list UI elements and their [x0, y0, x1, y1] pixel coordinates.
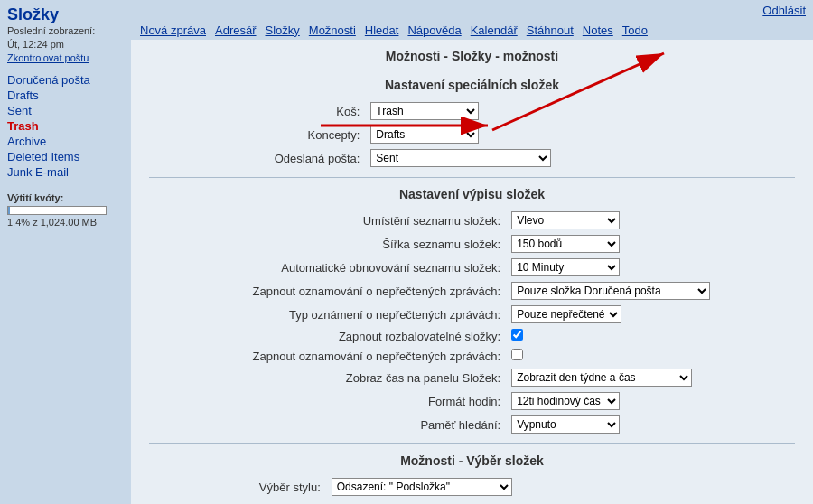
- memory-select[interactable]: VypnutoZapnuto: [511, 415, 620, 434]
- nav-item-hledat[interactable]: Hledat: [361, 23, 403, 37]
- nav-item-nápověda[interactable]: Nápověda: [404, 23, 464, 37]
- check-mail-link[interactable]: Zkontrolovat poštu: [7, 52, 124, 63]
- odeslana-row: Odeslaná pošta: SentDraftsTrash: [149, 146, 795, 170]
- notif-label: Zapnout oznamování o nepřečtených zprává…: [149, 279, 506, 303]
- show-time-row: Zobraz čas na panelu Složek: Zobrazit de…: [149, 366, 795, 389]
- format-row: Formát hodin: 12ti hodinový čas24 hodino…: [149, 389, 795, 413]
- nav-item-nová zpráva[interactable]: Nová zpráva: [136, 23, 210, 37]
- auto-refresh-select[interactable]: 10 Minuty5 Minuty15 MinutyNikdy: [511, 258, 620, 276]
- show-time-label: Zobraz čas na panelu Složek:: [149, 366, 506, 389]
- notif-type-row: Typ oznámení o nepřečtených zprávách: Po…: [149, 303, 795, 326]
- sirka-select[interactable]: 150 bodů100 bodů200 bodů: [511, 235, 620, 253]
- section3-title: Možnosti - Výběr složek: [149, 453, 795, 468]
- sidebar-folder-archive[interactable]: Archive: [7, 134, 124, 149]
- notif2-checkbox[interactable]: [511, 349, 523, 360]
- sirka-row: Šířka seznamu složek: 150 bodů100 bodů20…: [149, 232, 795, 256]
- sidebar-folder-sent[interactable]: Sent: [7, 103, 124, 118]
- nav-item-notes[interactable]: Notes: [579, 23, 617, 37]
- section2-title: Nastavení výpisu složek: [149, 187, 795, 201]
- section1-title: Nastavení speciálních složek: [149, 78, 795, 92]
- koncepty-field: DraftsTrashSent: [365, 123, 795, 146]
- umisteni-label: Umístění seznamu složek:: [149, 209, 506, 232]
- expand-row: Zapnout rozbalovatelné složky:: [149, 326, 795, 346]
- format-select[interactable]: 12ti hodinový čas24 hodinový čas: [511, 392, 620, 410]
- view-settings-table: Umístění seznamu složek: VlevoVpravo Šíř…: [149, 209, 795, 436]
- odeslana-select[interactable]: SentDraftsTrash: [370, 149, 551, 167]
- umisteni-row: Umístění seznamu složek: VlevoVpravo: [149, 209, 795, 232]
- folder-list: Doručená poštaDraftsSentTrashArchiveDele…: [7, 72, 124, 180]
- nav-item-adresář[interactable]: Adresář: [211, 23, 260, 37]
- auto-refresh-label: Automatické obnovování seznamu složek:: [149, 256, 506, 279]
- quota-text: 1.4% z 1,024.00 MB: [7, 217, 124, 228]
- kos-label: Koš:: [149, 99, 365, 123]
- notif-type-select[interactable]: Pouze nepřečtenéVšechny: [511, 305, 621, 323]
- odeslana-field: SentDraftsTrash: [365, 146, 795, 170]
- notif-type-label: Typ oznámení o nepřečtených zprávách:: [149, 303, 506, 326]
- notif2-label: Zapnout oznamování o nepřečtených zprává…: [149, 346, 506, 366]
- select-style-table: Výběr stylu: Odsazení: " Podsložka"Strom…: [149, 475, 795, 499]
- expand-checkbox[interactable]: [511, 329, 523, 341]
- topbar: Odhlásit: [131, 0, 813, 20]
- koncepty-select[interactable]: DraftsTrashSent: [370, 126, 479, 144]
- koncepty-row: Koncepty: DraftsTrashSent: [149, 123, 795, 146]
- memory-row: Paměť hledání: VypnutoZapnuto: [149, 413, 795, 436]
- sidebar-folder-doručená-pošta[interactable]: Doručená pošta: [7, 72, 124, 88]
- navbar: Nová zprávaAdresářSložkyMožnostiHledatNá…: [131, 20, 813, 40]
- odeslana-label: Odeslaná pošta:: [149, 146, 365, 170]
- notif-select[interactable]: Pouze složka Doručená poštaVšechny složk…: [511, 282, 710, 300]
- memory-label: Paměť hledání:: [149, 413, 506, 436]
- vyberstyle-label: Výběr stylu:: [149, 475, 326, 499]
- kos-row: Koš: TrashDraftsSentArchiveDeleted Items: [149, 99, 795, 123]
- quota-bar-fill: [8, 207, 10, 214]
- notif-row: Zapnout oznamování o nepřečtených zprává…: [149, 279, 795, 303]
- nav-item-stáhnout[interactable]: Stáhnout: [523, 23, 577, 37]
- sidebar-folder-deleted-items[interactable]: Deleted Items: [7, 149, 124, 164]
- sidebar-folder-trash[interactable]: Trash: [7, 118, 124, 134]
- umisteni-select[interactable]: VlevoVpravo: [511, 211, 620, 229]
- expand-label: Zapnout rozbalovatelné složky:: [149, 326, 506, 346]
- kos-field: TrashDraftsSentArchiveDeleted Items: [365, 99, 795, 123]
- show-time-select[interactable]: Zobrazit den týdne a časZobrazit datum a…: [511, 369, 692, 387]
- app-title: Složky: [7, 5, 124, 24]
- last-view-label: Poslední zobrazení: Út, 12:24 pm: [7, 24, 124, 52]
- nav-item-možnosti[interactable]: Možnosti: [305, 23, 360, 37]
- sidebar: Složky Poslední zobrazení: Út, 12:24 pm …: [0, 0, 131, 504]
- logout-link[interactable]: Odhlásit: [762, 4, 806, 17]
- nav-item-kalendář[interactable]: Kalendář: [467, 23, 521, 37]
- special-folders-table: Koš: TrashDraftsSentArchiveDeleted Items…: [149, 99, 795, 170]
- vyberstyle-row: Výběr stylu: Odsazení: " Podsložka"Strom…: [149, 475, 795, 499]
- sidebar-folder-junk-e-mail[interactable]: Junk E-mail: [7, 164, 124, 180]
- sirka-label: Šířka seznamu složek:: [149, 232, 506, 256]
- quota-label: Výtití kvóty:: [7, 192, 124, 203]
- notif2-row: Zapnout oznamování o nepřečtených zprává…: [149, 346, 795, 366]
- nav-item-složky[interactable]: Složky: [262, 23, 304, 37]
- quota-bar: [7, 206, 107, 215]
- sidebar-folder-drafts[interactable]: Drafts: [7, 88, 124, 103]
- kos-select[interactable]: TrashDraftsSentArchiveDeleted Items: [370, 102, 479, 120]
- page-title: Možnosti - Složky - možnosti: [149, 49, 795, 67]
- vyberstyle-select[interactable]: Odsazení: " Podsložka"Stromový styl: [332, 478, 512, 496]
- auto-refresh-row: Automatické obnovování seznamu složek: 1…: [149, 256, 795, 279]
- nav-item-todo[interactable]: Todo: [619, 23, 651, 37]
- koncepty-label: Koncepty:: [149, 123, 365, 146]
- format-label: Formát hodin:: [149, 389, 506, 413]
- main-content: Možnosti - Složky - možnosti Nastavení s…: [131, 40, 813, 504]
